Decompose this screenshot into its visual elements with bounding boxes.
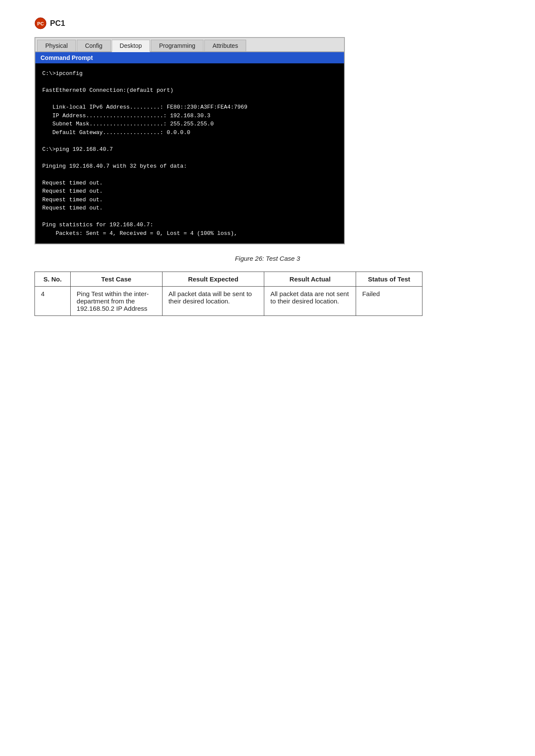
table-row: 4 Ping Test within the inter-department … — [35, 287, 422, 316]
cell-testcase: Ping Test within the inter-department fr… — [70, 287, 162, 316]
col-header-expected: Result Expected — [162, 272, 264, 287]
tabs-bar: Physical Config Desktop Programming Attr… — [35, 38, 344, 52]
svg-text:PC: PC — [37, 21, 44, 26]
result-table: S. No. Test Case Result Expected Result … — [34, 272, 422, 316]
col-header-testcase: Test Case — [70, 272, 162, 287]
cell-sno: 4 — [35, 287, 71, 316]
col-header-sno: S. No. — [35, 272, 71, 287]
terminal-output[interactable]: C:\>ipconfig FastEthernet0 Connection:(d… — [35, 63, 344, 244]
tab-physical[interactable]: Physical — [37, 40, 76, 51]
pc1-icon: PC — [34, 17, 47, 29]
cell-actual: All packet data are not sent to their de… — [264, 287, 356, 316]
col-header-status: Status of Test — [356, 272, 422, 287]
pc1-label: PC1 — [50, 19, 65, 28]
cell-expected: All packet data will be sent to their de… — [162, 287, 264, 316]
tab-desktop[interactable]: Desktop — [112, 40, 150, 52]
figure-caption: Figure 26: Test Case 3 — [34, 255, 501, 262]
tab-config[interactable]: Config — [77, 40, 110, 51]
cmd-prompt-header: Command Prompt — [35, 52, 344, 63]
col-header-actual: Result Actual — [264, 272, 356, 287]
cell-status: Failed — [356, 287, 422, 316]
simulator-window: Physical Config Desktop Programming Attr… — [34, 37, 345, 244]
pc1-header: PC PC1 — [34, 17, 501, 29]
tab-attributes[interactable]: Attributes — [204, 40, 246, 51]
tab-programming[interactable]: Programming — [151, 40, 203, 51]
